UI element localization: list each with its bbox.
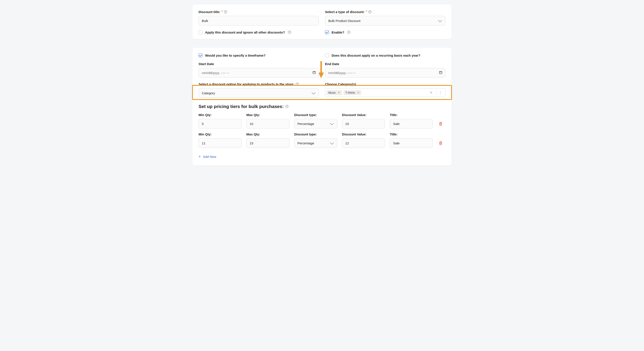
info-icon[interactable]: ? [224,10,227,14]
max-qty-input[interactable] [246,119,290,128]
discount-option-label: Select a discount option for applying to… [198,82,319,86]
open-dropdown-button[interactable] [438,91,444,94]
discount-title-label: Discount title: * ? [198,10,319,14]
chevron-down-icon [330,122,334,125]
trash-icon [438,121,443,126]
tier-row: Min Qty: Max Qty: Discount type: Percent… [198,132,446,148]
ignore-others-label: Apply this discount and ignore all other… [205,30,285,34]
info-icon[interactable]: ? [368,10,372,14]
tier-title-input[interactable] [390,138,433,148]
min-qty-input[interactable] [198,138,242,148]
discount-value-label: Discount Value: [342,132,385,136]
required-asterisk-icon: * [222,10,223,13]
chevron-down-icon [330,141,334,144]
timeframe-checkbox-row[interactable]: Would you like to specify a timeframe? [198,53,319,57]
discount-type-field: Discount type: Percentage [294,132,337,148]
min-qty-label: Min Qty: [198,132,242,136]
recurring-checkbox[interactable] [325,53,329,57]
discount-title-field: Discount title: * ? [198,10,319,26]
max-qty-field: Max Qty: [246,113,290,128]
discount-value-input[interactable] [342,138,385,148]
min-qty-input[interactable] [198,119,242,128]
max-qty-input[interactable] [246,138,290,148]
highlight-annotation: Select a discount option for applying to… [198,82,446,98]
min-qty-label: Min Qty: [198,113,242,117]
discount-value-label: Discount Value: [342,113,385,117]
chevron-down-icon [312,91,316,94]
tier-discount-type-value: Percentage [298,141,314,145]
discount-value-field: Discount Value: [342,113,385,128]
end-date-field: End Date [325,62,446,78]
discount-type-label: Discount type: [294,113,337,117]
tier-title-field: Title: [390,132,433,148]
min-qty-field: Min Qty: [198,132,242,148]
svg-rect-2 [313,72,316,74]
recurring-label: Does this discount apply on a recurring … [332,54,420,57]
remove-tag-icon[interactable]: ✕ [357,91,360,94]
delete-tier-button[interactable] [438,119,444,128]
discount-type-field: Select a type of discount: * ? Bulk Prod… [325,10,446,26]
info-icon[interactable]: ? [288,31,291,34]
divider [436,90,437,95]
info-icon[interactable]: ? [296,83,299,86]
end-date-label: End Date [325,62,446,66]
discount-basics-card: Discount title: * ? Select a type of dis… [192,4,452,39]
info-icon[interactable]: ? [347,31,350,34]
tier-title-label: Title: [390,132,433,136]
chevron-down-icon [438,18,442,22]
calendar-icon[interactable] [312,71,316,75]
min-qty-field: Min Qty: [198,113,242,128]
start-date-label: Start Date [198,62,319,66]
chevron-down-icon [440,91,440,95]
choose-category-label: Choose Category(s) [325,82,446,86]
ignore-others-checkbox-row[interactable]: Apply this discount and ignore all other… [198,30,319,34]
category-tag: T-Shirts✕ [344,90,361,95]
calendar-icon[interactable] [439,71,442,75]
timeframe-label: Would you like to specify a timeframe? [205,54,266,57]
discount-value-input[interactable] [342,119,385,128]
discount-type-field: Discount type: Percentage [294,113,337,128]
tier-title-field: Title: [390,113,433,128]
max-qty-field: Max Qty: [246,132,290,148]
discount-type-value: Bulk Product Discount [328,19,360,23]
enable-label: Enable? [332,30,344,34]
tier-discount-type-value: Percentage [298,122,314,126]
required-asterisk-icon: * [366,10,367,13]
start-date-input[interactable] [198,68,319,78]
category-tag: Music✕ [326,90,342,95]
tier-row: Min Qty: Max Qty: Discount type: Percent… [198,113,446,128]
tier-discount-type-select[interactable]: Percentage [294,138,337,148]
delete-tier-button[interactable] [438,138,444,148]
discount-option-field: Select a discount option for applying to… [198,82,319,98]
discount-type-label: Select a type of discount: * ? [325,10,446,14]
end-date-input[interactable] [325,68,446,78]
plus-icon: + [198,154,201,159]
ignore-others-checkbox[interactable] [198,30,202,34]
discount-type-select[interactable]: Bulk Product Discount [325,16,446,26]
trash-icon [438,141,443,146]
tier-title-input[interactable] [390,119,433,128]
remove-tag-icon[interactable]: ✕ [338,91,340,94]
category-multiselect[interactable]: Music✕T-Shirts✕ ✕ [325,88,446,97]
clear-all-icon[interactable]: ✕ [428,90,435,95]
max-qty-label: Max Qty: [246,132,290,136]
tier-title-label: Title: [390,113,433,117]
info-icon[interactable]: ? [286,105,288,108]
category-tag-label: Music [328,91,336,94]
max-qty-label: Max Qty: [246,113,290,117]
discount-value-field: Discount Value: [342,132,385,148]
discount-option-value: Category [202,91,215,95]
tier-discount-type-select[interactable]: Percentage [294,119,337,128]
start-date-field: Start Date [198,62,319,78]
tiers-heading: Set up pricing tiers for bulk purchases:… [198,104,446,109]
enable-checkbox[interactable] [325,30,329,34]
timeframe-checkbox[interactable] [198,53,202,57]
svg-rect-6 [439,72,442,74]
recurring-checkbox-row[interactable]: Does this discount apply on a recurring … [325,53,446,57]
discount-type-label: Discount type: [294,132,337,136]
choose-category-field: Choose Category(s) Music✕T-Shirts✕ ✕ [325,82,446,97]
discount-title-input[interactable] [198,16,319,26]
discount-option-select[interactable]: Category [198,88,319,98]
enable-checkbox-row[interactable]: Enable? ? [325,30,446,34]
add-new-tier-button[interactable]: + Add New [198,154,216,159]
